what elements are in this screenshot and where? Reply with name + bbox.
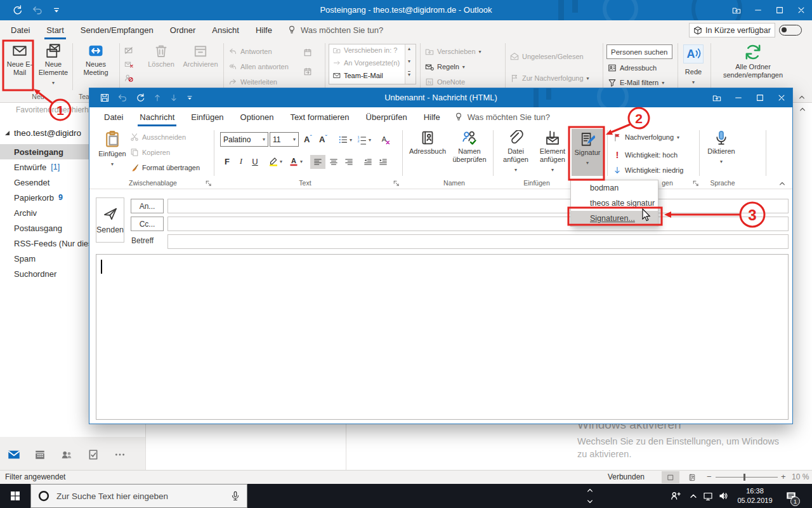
collapse-ribbon-icon[interactable] [798, 93, 806, 101]
popout-window-icon[interactable] [706, 88, 728, 107]
tab-datei[interactable]: Datei [3, 20, 38, 39]
bullets-caret[interactable]: ▾ [350, 137, 352, 143]
tags-launcher-icon[interactable] [692, 180, 700, 187]
tell-me-box[interactable]: Was möchten Sie tun? [301, 25, 383, 35]
tab-hilfe[interactable]: Hilfe [247, 20, 280, 39]
coming-soon-toggle[interactable] [779, 25, 802, 36]
unread-read-button[interactable]: Ungelesen/Gelesen [510, 52, 584, 61]
new-mail-button[interactable]: Neue E-Mail [5, 43, 34, 77]
align-center-icon[interactable] [329, 157, 338, 166]
start-button[interactable] [0, 484, 30, 508]
to-button[interactable]: An... [131, 199, 164, 213]
view-reading-button[interactable] [683, 471, 701, 483]
quicksteps-scroll-down[interactable]: ▾ [408, 58, 410, 64]
reply-all-button[interactable]: Allen antworten [228, 62, 289, 71]
high-importance-button[interactable]: !Wichtigkeit: hoch [613, 149, 678, 160]
tab-ansicht[interactable]: Ansicht [204, 20, 247, 39]
tab-einfuegen[interactable]: Einfügen [183, 107, 232, 126]
microphone-icon[interactable] [230, 491, 240, 501]
tab-ordner[interactable]: Ordner [162, 20, 204, 39]
delete-button[interactable]: Löschen [143, 43, 179, 69]
attach-file-button[interactable]: Datei anfügen▾ [499, 130, 533, 174]
address-book-button[interactable]: Adressbuch [608, 64, 657, 72]
font-size-box[interactable]: 11▾ [270, 132, 299, 147]
font-color-caret[interactable]: ▾ [300, 159, 303, 164]
dictate-button[interactable]: Diktieren▾ [704, 130, 739, 166]
quickstep-to-manager[interactable]: An Vorgesetzte(n) [333, 59, 400, 67]
speech-button[interactable]: A Rede▾ [680, 43, 707, 86]
new-items-button[interactable]: Neue Elemente▾ [37, 43, 70, 87]
tray-volume-icon[interactable] [718, 491, 728, 501]
tab-start[interactable]: Start [38, 20, 72, 39]
taskbar-scroll-up-icon[interactable] [586, 486, 594, 494]
account-row[interactable]: theo.test@digidro [5, 128, 81, 138]
menu-item-signaturen[interactable]: Signaturen... [571, 211, 658, 226]
zoom-in-button[interactable]: + [781, 472, 786, 481]
italic-button[interactable]: I [234, 154, 248, 168]
taskbar-clock[interactable]: 16:38 05.02.2019 [733, 486, 777, 505]
increase-indent-icon[interactable] [379, 157, 388, 166]
tab-senden-empfangen[interactable]: Senden/Empfangen [72, 20, 162, 39]
align-left-button[interactable] [310, 155, 325, 169]
tell-me-box[interactable]: Was möchten Sie tun? [468, 112, 550, 122]
nav-tasks-icon[interactable] [88, 449, 99, 460]
minimize-icon[interactable] [747, 0, 769, 20]
tray-hidden-icons[interactable] [689, 491, 698, 500]
tab-text-formatieren[interactable]: Text formatieren [282, 107, 357, 126]
minimize-icon[interactable] [728, 88, 749, 107]
message-body[interactable] [96, 254, 789, 420]
grow-font-button[interactable]: Aˆ [304, 134, 311, 144]
signature-button[interactable]: Signatur▾ [572, 129, 603, 176]
scroll-up-icon[interactable] [799, 105, 806, 113]
tab-ueberpruefen[interactable]: Überprüfen [358, 107, 416, 126]
send-button[interactable]: Senden [96, 197, 124, 243]
low-importance-button[interactable]: Wichtigkeit: niedrig [613, 166, 683, 175]
block-sender-icon[interactable] [124, 74, 133, 83]
subject-field[interactable] [167, 234, 789, 249]
nav-more-icon[interactable] [114, 449, 126, 460]
format-painter-button[interactable]: Format übertragen [130, 163, 200, 172]
archive-button[interactable]: Archivieren [180, 43, 221, 69]
new-meeting-button[interactable]: Neues Meeting [76, 43, 115, 77]
cut-button[interactable]: Ausschneiden [130, 133, 186, 142]
bullets-icon[interactable] [338, 135, 348, 145]
view-normal-button[interactable] [662, 471, 679, 483]
numbering-caret[interactable]: ▾ [369, 137, 371, 143]
quicksteps-more[interactable]: ▾ [408, 71, 410, 77]
menu-item-bodman[interactable]: bodman [571, 180, 658, 196]
font-name-box[interactable]: Palatino▾ [220, 132, 268, 147]
reply-button[interactable]: Antworten [228, 47, 272, 56]
meeting-icon[interactable] [303, 48, 312, 57]
zoom-out-button[interactable]: − [707, 472, 712, 481]
highlight-icon[interactable] [268, 156, 278, 166]
search-people-box[interactable]: Personen suchen [606, 44, 672, 59]
quickstep-move-to[interactable]: Verschieben in: ? [333, 46, 397, 54]
tab-nachricht[interactable]: Nachricht [131, 107, 183, 126]
bold-button[interactable]: F [220, 154, 234, 168]
align-right-icon[interactable] [344, 157, 353, 166]
text-launcher-icon[interactable] [393, 180, 400, 187]
clear-formatting-icon[interactable]: A [380, 135, 390, 145]
font-color-icon[interactable]: A [289, 156, 299, 166]
nav-calendar-icon[interactable] [34, 449, 46, 460]
close-icon[interactable] [790, 0, 812, 20]
im-icon[interactable] [303, 67, 312, 76]
taskbar-search-box[interactable]: Zur Suche Text hier eingeben [30, 484, 247, 508]
move-button[interactable]: Verschieben▾ [425, 47, 481, 56]
tab-hilfe[interactable]: Hilfe [416, 107, 449, 126]
zoom-slider-track[interactable] [716, 477, 778, 478]
collapse-ribbon-icon[interactable] [778, 180, 786, 187]
cc-button[interactable]: Cc... [131, 217, 164, 231]
highlight-caret[interactable]: ▾ [280, 159, 282, 164]
decrease-indent-icon[interactable] [363, 157, 372, 166]
send-receive-all-button[interactable]: Alle Ordner senden/empfangen [716, 43, 790, 79]
maximize-icon[interactable] [749, 88, 771, 107]
check-names-button[interactable]: Namen überprüfen [449, 130, 490, 164]
quickstep-team-email[interactable]: Team-E-Mail [333, 72, 383, 79]
zoom-level[interactable]: 10 % [792, 472, 809, 481]
numbering-icon[interactable]: 12 [357, 135, 367, 145]
onenote-button[interactable]: NOneNote [425, 77, 465, 86]
close-icon[interactable] [771, 88, 792, 107]
tray-people-icon[interactable] [670, 490, 681, 502]
follow-up-button[interactable]: Zur Nachverfolgung▾ [510, 74, 589, 83]
